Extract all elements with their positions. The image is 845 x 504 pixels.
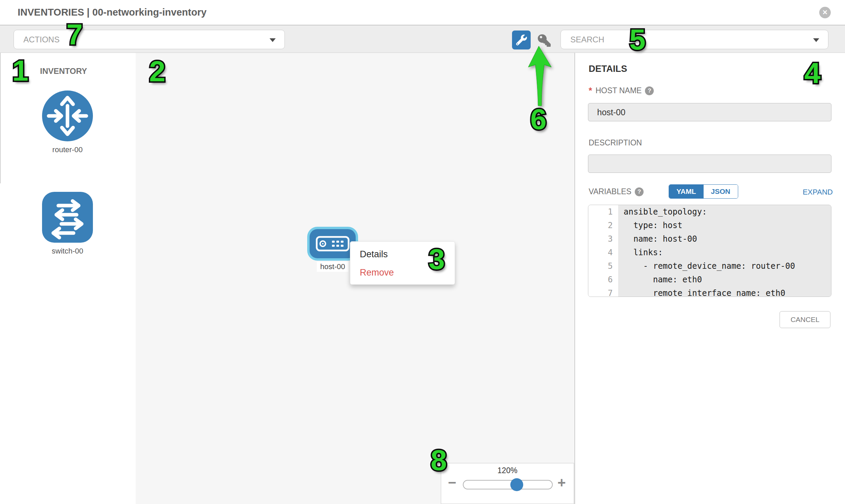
zoom-in-button[interactable]: + — [558, 475, 566, 490]
code-line: 5 - remote_device_name: router-00 — [588, 259, 831, 273]
search-dropdown-label: SEARCH — [570, 35, 604, 44]
actions-dropdown[interactable]: ACTIONS — [14, 30, 285, 49]
inventory-topology-page: { "header": { "title": "INVENTORIES | 00… — [0, 0, 845, 504]
switch-icon — [42, 192, 93, 243]
description-label: DESCRIPTION — [589, 138, 642, 147]
zoom-slider-thumb[interactable] — [510, 478, 523, 491]
line-number: 1 — [588, 205, 618, 219]
line-number: 7 — [588, 286, 618, 297]
node-context-menu: Details Remove — [350, 241, 455, 285]
sidebar-item-label: router-00 — [42, 145, 93, 154]
description-field[interactable] — [588, 155, 831, 173]
expand-link[interactable]: EXPAND — [778, 188, 833, 197]
host-name-label: HOST NAME — [595, 86, 641, 95]
line-text: links: — [618, 246, 831, 259]
configure-topology-button[interactable] — [512, 31, 531, 50]
sidebar-item-router-00[interactable]: router-00 — [42, 90, 93, 154]
zoom-slider-track[interactable] — [463, 480, 553, 489]
router-icon — [42, 90, 93, 141]
chevron-down-icon — [813, 38, 819, 42]
zoom-out-button[interactable]: − — [448, 475, 456, 490]
variables-format-toggle: YAML JSON — [669, 184, 738, 199]
sidebar-edge-divider — [0, 53, 1, 183]
description-label-row: DESCRIPTION — [589, 138, 642, 147]
line-text: - remote_device_name: router-00 — [618, 259, 831, 273]
sidebar-item-switch-00[interactable]: switch-00 — [42, 192, 93, 255]
page-title: INVENTORIES | 00-networking-inventory — [18, 7, 207, 18]
code-line: 1 ansible_topology: — [588, 205, 831, 219]
close-icon[interactable]: ✕ — [819, 7, 831, 18]
host-name-label-row: * HOST NAME ? — [589, 85, 654, 96]
variables-label-row: VARIABLES ? YAML JSON EXPAND — [589, 187, 644, 196]
toolbar: ACTIONS SEARCH — [0, 25, 845, 53]
host-node-label: host-00 — [317, 262, 348, 272]
search-dropdown[interactable]: SEARCH — [561, 30, 828, 49]
page-header: INVENTORIES | 00-networking-inventory ✕ — [0, 0, 845, 25]
inventory-sidebar: INVENTORY router-00 — [0, 53, 136, 504]
details-panel: DETAILS * HOST NAME ? DESCRIPTION VARIAB… — [575, 53, 845, 504]
code-line: 3 name: host-00 — [588, 232, 831, 246]
json-toggle-button[interactable]: JSON — [704, 185, 738, 198]
variables-code-editor[interactable]: 1 ansible_topology: 2 type: host 3 name:… — [588, 205, 831, 297]
line-number: 6 — [588, 273, 618, 286]
line-text: remote_interface_name: eth0 — [618, 286, 831, 297]
line-text: ansible_topology: — [618, 205, 831, 219]
inventory-heading: INVENTORY — [40, 67, 87, 76]
line-number: 3 — [588, 232, 618, 246]
chevron-down-icon — [269, 38, 276, 42]
required-marker: * — [589, 85, 592, 96]
line-text: type: host — [618, 219, 831, 232]
details-title: DETAILS — [589, 64, 627, 74]
code-line: 2 type: host — [588, 219, 831, 232]
line-number: 5 — [588, 259, 618, 273]
zoom-level-value: 120% — [441, 466, 574, 475]
variables-label: VARIABLES — [589, 187, 631, 196]
line-number: 4 — [588, 246, 618, 259]
actions-dropdown-label: ACTIONS — [23, 35, 60, 44]
help-icon[interactable]: ? — [645, 86, 654, 95]
code-line: 4 links: — [588, 246, 831, 259]
code-line: 6 name: eth0 — [588, 273, 831, 286]
code-line: 7 remote_interface_name: eth0 — [588, 286, 831, 297]
host-name-field[interactable] — [588, 103, 831, 121]
cancel-button[interactable]: CANCEL — [779, 311, 830, 328]
yaml-toggle-button[interactable]: YAML — [669, 185, 704, 198]
sidebar-item-label: switch-00 — [42, 247, 93, 255]
host-icon — [316, 236, 350, 252]
line-text: name: eth0 — [618, 273, 831, 286]
wrench-icon — [516, 35, 527, 46]
menu-item-details[interactable]: Details — [350, 245, 455, 263]
zoom-control-panel: 120% − + — [441, 463, 574, 504]
line-text: name: host-00 — [618, 232, 831, 246]
line-number: 2 — [588, 219, 618, 232]
key-credentials-button[interactable] — [536, 32, 553, 49]
key-icon — [538, 34, 551, 47]
topology-canvas[interactable]: host-00 Details Remove 120% − + — [136, 53, 575, 504]
help-icon[interactable]: ? — [635, 187, 644, 196]
menu-item-remove[interactable]: Remove — [350, 263, 455, 282]
